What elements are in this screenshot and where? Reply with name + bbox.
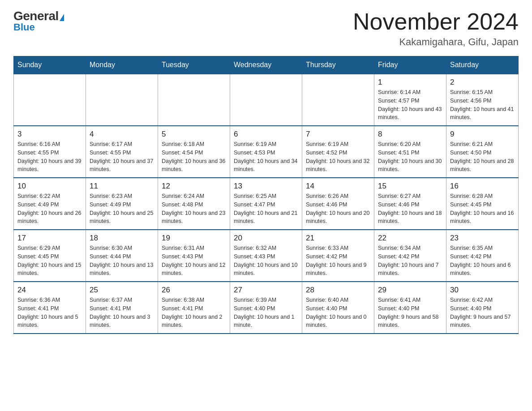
calendar-week-1: 1Sunrise: 6:14 AMSunset: 4:57 PMDaylight… <box>14 74 519 126</box>
day-number: 28 <box>306 286 370 295</box>
calendar-cell: 6Sunrise: 6:19 AMSunset: 4:53 PMDaylight… <box>230 126 302 178</box>
calendar-cell: 4Sunrise: 6:17 AMSunset: 4:55 PMDaylight… <box>86 126 158 178</box>
calendar-cell: 8Sunrise: 6:20 AMSunset: 4:51 PMDaylight… <box>374 126 446 178</box>
day-number: 23 <box>450 234 515 243</box>
logo: General Blue <box>13 9 64 33</box>
location: Kakamigahara, Gifu, Japan <box>353 36 519 48</box>
day-number: 22 <box>378 234 442 243</box>
calendar-cell: 17Sunrise: 6:29 AMSunset: 4:45 PMDayligh… <box>14 230 86 282</box>
calendar-cell: 7Sunrise: 6:19 AMSunset: 4:52 PMDaylight… <box>302 126 374 178</box>
calendar-cell: 29Sunrise: 6:41 AMSunset: 4:40 PMDayligh… <box>374 282 446 334</box>
day-info: Sunrise: 6:33 AMSunset: 4:42 PMDaylight:… <box>306 244 370 278</box>
day-info: Sunrise: 6:28 AMSunset: 4:45 PMDaylight:… <box>450 192 515 226</box>
weekday-header-row: SundayMondayTuesdayWednesdayThursdayFrid… <box>14 56 519 74</box>
day-info: Sunrise: 6:14 AMSunset: 4:57 PMDaylight:… <box>378 88 442 122</box>
calendar-cell: 26Sunrise: 6:38 AMSunset: 4:41 PMDayligh… <box>158 282 230 334</box>
day-number: 18 <box>90 234 154 243</box>
day-number: 5 <box>162 130 226 139</box>
day-info: Sunrise: 6:24 AMSunset: 4:48 PMDaylight:… <box>162 192 226 226</box>
day-number: 1 <box>378 78 442 87</box>
calendar-cell: 27Sunrise: 6:39 AMSunset: 4:40 PMDayligh… <box>230 282 302 334</box>
calendar-cell: 30Sunrise: 6:42 AMSunset: 4:40 PMDayligh… <box>446 282 519 334</box>
day-number: 14 <box>306 182 370 191</box>
day-number: 4 <box>90 130 154 139</box>
day-info: Sunrise: 6:37 AMSunset: 4:41 PMDaylight:… <box>90 296 154 330</box>
calendar-week-2: 3Sunrise: 6:16 AMSunset: 4:55 PMDaylight… <box>14 126 519 178</box>
weekday-header-thursday: Thursday <box>302 56 374 74</box>
calendar-cell: 1Sunrise: 6:14 AMSunset: 4:57 PMDaylight… <box>374 74 446 126</box>
day-info: Sunrise: 6:34 AMSunset: 4:42 PMDaylight:… <box>378 244 442 278</box>
day-info: Sunrise: 6:42 AMSunset: 4:40 PMDaylight:… <box>450 296 515 330</box>
day-info: Sunrise: 6:19 AMSunset: 4:53 PMDaylight:… <box>234 140 298 174</box>
calendar-cell: 24Sunrise: 6:36 AMSunset: 4:41 PMDayligh… <box>14 282 86 334</box>
logo-triangle-icon <box>60 14 64 21</box>
weekday-header-saturday: Saturday <box>446 56 519 74</box>
day-number: 24 <box>17 286 82 295</box>
day-info: Sunrise: 6:40 AMSunset: 4:40 PMDaylight:… <box>306 296 370 330</box>
day-info: Sunrise: 6:25 AMSunset: 4:47 PMDaylight:… <box>234 192 298 226</box>
calendar-cell: 12Sunrise: 6:24 AMSunset: 4:48 PMDayligh… <box>158 178 230 230</box>
day-info: Sunrise: 6:19 AMSunset: 4:52 PMDaylight:… <box>306 140 370 174</box>
day-number: 19 <box>162 234 226 243</box>
calendar-cell <box>302 74 374 126</box>
day-info: Sunrise: 6:23 AMSunset: 4:49 PMDaylight:… <box>90 192 154 226</box>
day-number: 20 <box>234 234 298 243</box>
logo-general: General <box>13 9 59 23</box>
day-number: 7 <box>306 130 370 139</box>
calendar-cell: 19Sunrise: 6:31 AMSunset: 4:43 PMDayligh… <box>158 230 230 282</box>
calendar-cell: 18Sunrise: 6:30 AMSunset: 4:44 PMDayligh… <box>86 230 158 282</box>
calendar-week-5: 24Sunrise: 6:36 AMSunset: 4:41 PMDayligh… <box>14 282 519 334</box>
weekday-header-monday: Monday <box>86 56 158 74</box>
calendar-cell <box>230 74 302 126</box>
month-title: November 2024 <box>353 9 519 34</box>
day-info: Sunrise: 6:30 AMSunset: 4:44 PMDaylight:… <box>90 244 154 278</box>
calendar-cell: 13Sunrise: 6:25 AMSunset: 4:47 PMDayligh… <box>230 178 302 230</box>
weekday-header-wednesday: Wednesday <box>230 56 302 74</box>
day-number: 8 <box>378 130 442 139</box>
day-info: Sunrise: 6:35 AMSunset: 4:42 PMDaylight:… <box>450 244 515 278</box>
calendar-cell: 11Sunrise: 6:23 AMSunset: 4:49 PMDayligh… <box>86 178 158 230</box>
day-info: Sunrise: 6:22 AMSunset: 4:49 PMDaylight:… <box>17 192 82 226</box>
day-info: Sunrise: 6:32 AMSunset: 4:43 PMDaylight:… <box>234 244 298 278</box>
day-number: 3 <box>17 130 82 139</box>
day-info: Sunrise: 6:20 AMSunset: 4:51 PMDaylight:… <box>378 140 442 174</box>
day-info: Sunrise: 6:38 AMSunset: 4:41 PMDaylight:… <box>162 296 226 330</box>
day-info: Sunrise: 6:31 AMSunset: 4:43 PMDaylight:… <box>162 244 226 278</box>
day-number: 25 <box>90 286 154 295</box>
weekday-header-sunday: Sunday <box>14 56 86 74</box>
calendar-cell: 10Sunrise: 6:22 AMSunset: 4:49 PMDayligh… <box>14 178 86 230</box>
calendar-cell: 2Sunrise: 6:15 AMSunset: 4:56 PMDaylight… <box>446 74 519 126</box>
day-number: 2 <box>450 78 515 87</box>
day-info: Sunrise: 6:36 AMSunset: 4:41 PMDaylight:… <box>17 296 82 330</box>
day-number: 29 <box>378 286 442 295</box>
day-info: Sunrise: 6:26 AMSunset: 4:46 PMDaylight:… <box>306 192 370 226</box>
day-info: Sunrise: 6:29 AMSunset: 4:45 PMDaylight:… <box>17 244 82 278</box>
calendar-cell: 28Sunrise: 6:40 AMSunset: 4:40 PMDayligh… <box>302 282 374 334</box>
calendar-cell <box>86 74 158 126</box>
day-info: Sunrise: 6:41 AMSunset: 4:40 PMDaylight:… <box>378 296 442 330</box>
calendar-cell: 9Sunrise: 6:21 AMSunset: 4:50 PMDaylight… <box>446 126 519 178</box>
day-number: 13 <box>234 182 298 191</box>
day-info: Sunrise: 6:16 AMSunset: 4:55 PMDaylight:… <box>17 140 82 174</box>
day-info: Sunrise: 6:18 AMSunset: 4:54 PMDaylight:… <box>162 140 226 174</box>
weekday-header-friday: Friday <box>374 56 446 74</box>
day-number: 11 <box>90 182 154 191</box>
day-number: 9 <box>450 130 515 139</box>
day-info: Sunrise: 6:39 AMSunset: 4:40 PMDaylight:… <box>234 296 298 330</box>
logo-blue: Blue <box>13 21 35 33</box>
weekday-header-tuesday: Tuesday <box>158 56 230 74</box>
calendar-cell: 23Sunrise: 6:35 AMSunset: 4:42 PMDayligh… <box>446 230 519 282</box>
calendar-table: SundayMondayTuesdayWednesdayThursdayFrid… <box>13 56 519 334</box>
calendar-week-4: 17Sunrise: 6:29 AMSunset: 4:45 PMDayligh… <box>14 230 519 282</box>
calendar-cell: 21Sunrise: 6:33 AMSunset: 4:42 PMDayligh… <box>302 230 374 282</box>
calendar-cell: 16Sunrise: 6:28 AMSunset: 4:45 PMDayligh… <box>446 178 519 230</box>
day-number: 21 <box>306 234 370 243</box>
calendar-cell: 3Sunrise: 6:16 AMSunset: 4:55 PMDaylight… <box>14 126 86 178</box>
calendar-cell <box>14 74 86 126</box>
day-number: 26 <box>162 286 226 295</box>
day-info: Sunrise: 6:27 AMSunset: 4:46 PMDaylight:… <box>378 192 442 226</box>
title-area: November 2024 Kakamigahara, Gifu, Japan <box>353 9 519 48</box>
calendar-header: SundayMondayTuesdayWednesdayThursdayFrid… <box>14 56 519 74</box>
day-number: 30 <box>450 286 515 295</box>
day-number: 12 <box>162 182 226 191</box>
